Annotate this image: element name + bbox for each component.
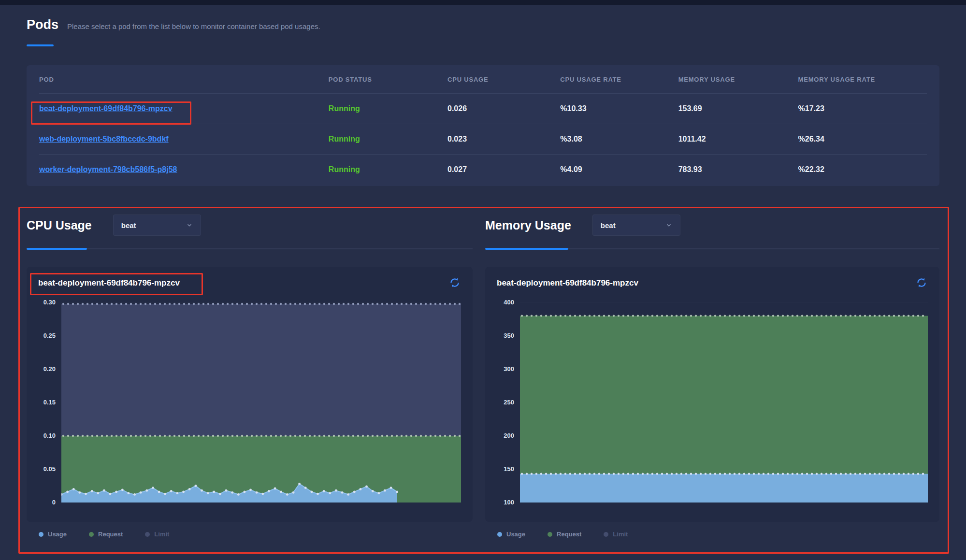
cpu-chart-card-header: beat-deployment-69df84b796-mpzcv — [38, 275, 461, 291]
y-tick-label: 250 — [504, 399, 514, 406]
column-header: MEMORY USAGE — [678, 76, 798, 83]
y-tick-label: 200 — [504, 432, 514, 439]
legend-item-request[interactable]: Request — [548, 531, 581, 538]
memory-usage-rate: %17.23 — [798, 104, 927, 113]
legend-dot — [145, 532, 150, 537]
memory-chart-y-axis: 100150200250300350400 — [497, 302, 520, 503]
page-header: Pods Please select a pod from the list b… — [27, 17, 320, 32]
y-tick-label: 400 — [504, 299, 514, 306]
legend-item-limit[interactable]: Limit — [145, 531, 169, 538]
y-tick-label: 350 — [504, 332, 514, 339]
cpu-usage: 0.027 — [447, 165, 560, 174]
y-tick-label: 0.15 — [43, 399, 56, 406]
chevron-down-icon — [665, 222, 672, 229]
y-tick-label: 0.25 — [43, 332, 56, 339]
memory-chart-card: beat-deployment-69df84b796-mpzcv 1001502… — [485, 267, 939, 522]
memory-usage-rate: %26.34 — [798, 135, 927, 144]
memory-chart-title: beat-deployment-69df84b796-mpzcv — [497, 278, 638, 288]
legend-label: Request — [557, 531, 581, 538]
cpu-chart-title: beat-deployment-69df84b796-mpzcv — [38, 278, 180, 288]
memory-panel-header: Memory Usage beat — [485, 214, 680, 237]
cpu-usage: 0.023 — [447, 135, 560, 144]
y-tick-label: 0.10 — [43, 432, 56, 439]
memory-usage: 783.93 — [678, 165, 798, 174]
pod-link[interactable]: worker-deployment-798cb586f5-p8j58 — [39, 165, 329, 174]
cpu-usage-rate: %10.33 — [560, 104, 678, 113]
cpu-pod-dropdown[interactable]: beat — [113, 215, 201, 236]
cpu-usage-rate: %3.08 — [560, 135, 678, 144]
y-tick-label: 0 — [52, 499, 56, 506]
column-header: CPU USAGE — [447, 76, 560, 83]
y-tick-label: 100 — [504, 499, 514, 506]
legend-label: Limit — [613, 531, 628, 538]
cpu-chart-plot — [61, 302, 461, 503]
legend-label: Usage — [48, 531, 67, 538]
page-subtitle: Please select a pod from the list below … — [67, 22, 320, 30]
column-header: CPU USAGE RATE — [560, 76, 678, 83]
refresh-icon[interactable] — [915, 277, 928, 289]
column-header: POD STATUS — [329, 76, 447, 83]
legend-item-usage[interactable]: Usage — [39, 531, 67, 538]
y-tick-label: 300 — [504, 365, 514, 373]
pod-status: Running — [329, 135, 447, 144]
memory-tab-active-underline — [485, 248, 568, 250]
pod-link[interactable]: beat-deployment-69df84b796-mpzcv — [39, 104, 329, 113]
memory-chart: 100150200250300350400 — [497, 302, 928, 503]
cpu-usage: 0.026 — [447, 104, 560, 113]
top-strip — [0, 0, 966, 5]
memory-usage: 153.69 — [678, 104, 798, 113]
legend-dot — [497, 532, 502, 537]
legend-label: Limit — [154, 531, 169, 538]
y-tick-label: 0.30 — [43, 299, 56, 306]
refresh-icon[interactable] — [448, 277, 461, 289]
memory-usage-rate: %22.32 — [798, 165, 927, 174]
legend-label: Usage — [506, 531, 525, 538]
legend-item-usage[interactable]: Usage — [497, 531, 525, 538]
memory-chart-legend: UsageRequestLimit — [497, 531, 628, 538]
memory-pod-dropdown[interactable]: beat — [592, 215, 680, 236]
table-header-row: PODPOD STATUSCPU USAGECPU USAGE RATEMEMO… — [39, 65, 927, 93]
cpu-panel-header: CPU Usage beat — [27, 214, 201, 237]
cpu-chart-y-axis: 00.050.100.150.200.250.30 — [38, 302, 61, 503]
legend-dot — [89, 532, 94, 537]
table-body: beat-deployment-69df84b796-mpzcvRunning0… — [39, 93, 927, 185]
legend-dot — [39, 532, 43, 537]
y-tick-label: 150 — [504, 465, 514, 473]
cpu-chart: 00.050.100.150.200.250.30 — [38, 302, 461, 503]
cpu-chart-card: beat-deployment-69df84b796-mpzcv 00.050.… — [27, 267, 473, 522]
memory-chart-plot — [520, 302, 928, 503]
pods-table-card: PODPOD STATUSCPU USAGECPU USAGE RATEMEMO… — [27, 65, 939, 186]
memory-panel-title: Memory Usage — [485, 218, 571, 232]
memory-dropdown-value: beat — [601, 221, 616, 230]
pod-status: Running — [329, 104, 447, 113]
column-header: MEMORY USAGE RATE — [798, 76, 927, 83]
table-row: worker-deployment-798cb586f5-p8j58Runnin… — [39, 154, 927, 185]
memory-usage: 1011.42 — [678, 135, 798, 144]
cpu-tab-active-underline — [27, 248, 87, 250]
pod-status: Running — [329, 165, 447, 174]
legend-dot — [548, 532, 552, 537]
chevron-down-icon — [186, 222, 193, 229]
pods-active-tab-underline — [27, 44, 54, 46]
cpu-panel-title: CPU Usage — [27, 218, 92, 232]
legend-item-request[interactable]: Request — [89, 531, 123, 538]
y-tick-label: 0.05 — [43, 465, 56, 473]
table-row: web-deployment-5bc8fbccdc-9bdkfRunning0.… — [39, 124, 927, 154]
y-tick-label: 0.20 — [43, 365, 56, 373]
memory-tab-line — [485, 248, 939, 249]
cpu-tab-line — [27, 248, 473, 249]
cpu-dropdown-value: beat — [121, 221, 136, 230]
column-header: POD — [39, 76, 329, 83]
legend-label: Request — [98, 531, 123, 538]
memory-chart-card-header: beat-deployment-69df84b796-mpzcv — [497, 275, 928, 291]
cpu-chart-legend: UsageRequestLimit — [39, 531, 169, 538]
page-title: Pods — [27, 17, 58, 32]
legend-item-limit[interactable]: Limit — [604, 531, 628, 538]
legend-dot — [604, 532, 608, 537]
pod-link[interactable]: web-deployment-5bc8fbccdc-9bdkf — [39, 135, 329, 144]
pods-dashboard: Pods Please select a pod from the list b… — [0, 0, 966, 560]
cpu-usage-rate: %4.09 — [560, 165, 678, 174]
table-row: beat-deployment-69df84b796-mpzcvRunning0… — [39, 93, 927, 124]
